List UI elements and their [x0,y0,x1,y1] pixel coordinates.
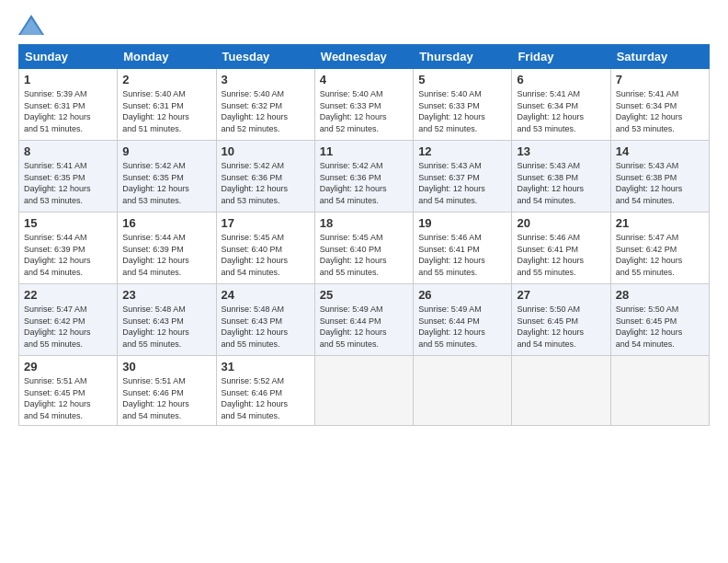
calendar-cell: 16Sunrise: 5:44 AM Sunset: 6:39 PM Dayli… [118,213,216,284]
day-info: Sunrise: 5:49 AM Sunset: 6:44 PM Dayligh… [320,304,408,350]
calendar-cell: 24Sunrise: 5:48 AM Sunset: 6:43 PM Dayli… [216,284,314,356]
day-number: 21 [616,216,704,230]
day-info: Sunrise: 5:47 AM Sunset: 6:42 PM Dayligh… [24,304,112,350]
day-number: 27 [517,288,605,302]
calendar-cell: 1Sunrise: 5:39 AM Sunset: 6:31 PM Daylig… [19,69,118,141]
day-number: 25 [320,288,408,302]
day-info: Sunrise: 5:40 AM Sunset: 6:33 PM Dayligh… [320,88,408,134]
day-info: Sunrise: 5:50 AM Sunset: 6:45 PM Dayligh… [616,304,704,350]
calendar-cell: 3Sunrise: 5:40 AM Sunset: 6:32 PM Daylig… [216,69,314,141]
day-info: Sunrise: 5:51 AM Sunset: 6:45 PM Dayligh… [24,375,112,421]
day-info: Sunrise: 5:40 AM Sunset: 6:33 PM Dayligh… [418,88,506,134]
calendar-cell: 30Sunrise: 5:51 AM Sunset: 6:46 PM Dayli… [118,356,216,426]
calendar-cell [610,356,709,426]
logo-icon [18,15,44,35]
day-info: Sunrise: 5:44 AM Sunset: 6:39 PM Dayligh… [24,232,112,278]
calendar-cell: 5Sunrise: 5:40 AM Sunset: 6:33 PM Daylig… [414,69,512,141]
day-number: 28 [616,288,704,302]
day-number: 3 [222,73,310,86]
calendar-cell: 4Sunrise: 5:40 AM Sunset: 6:33 PM Daylig… [314,69,413,141]
day-info: Sunrise: 5:40 AM Sunset: 6:31 PM Dayligh… [122,88,210,134]
day-number: 4 [320,73,408,86]
calendar-week-row: 29Sunrise: 5:51 AM Sunset: 6:45 PM Dayli… [19,356,710,426]
day-info: Sunrise: 5:42 AM Sunset: 6:36 PM Dayligh… [222,160,310,206]
logo [18,17,46,37]
weekday-header-monday: Monday [118,45,216,69]
day-info: Sunrise: 5:43 AM Sunset: 6:38 PM Dayligh… [616,160,704,206]
day-info: Sunrise: 5:42 AM Sunset: 6:36 PM Dayligh… [320,160,408,206]
calendar-cell: 29Sunrise: 5:51 AM Sunset: 6:45 PM Dayli… [19,356,118,426]
day-number: 19 [418,216,506,230]
calendar-cell: 20Sunrise: 5:46 AM Sunset: 6:41 PM Dayli… [512,213,610,284]
svg-marker-1 [20,18,42,35]
day-info: Sunrise: 5:48 AM Sunset: 6:43 PM Dayligh… [122,304,210,350]
calendar-cell: 26Sunrise: 5:49 AM Sunset: 6:44 PM Dayli… [414,284,512,356]
day-info: Sunrise: 5:46 AM Sunset: 6:41 PM Dayligh… [418,232,506,278]
weekday-header-row: SundayMondayTuesdayWednesdayThursdayFrid… [19,45,710,69]
calendar-week-row: 8Sunrise: 5:41 AM Sunset: 6:35 PM Daylig… [19,141,710,213]
calendar-cell: 7Sunrise: 5:41 AM Sunset: 6:34 PM Daylig… [610,69,709,141]
day-info: Sunrise: 5:46 AM Sunset: 6:41 PM Dayligh… [517,232,605,278]
weekday-header-saturday: Saturday [610,45,709,69]
day-number: 10 [222,144,310,158]
day-info: Sunrise: 5:51 AM Sunset: 6:46 PM Dayligh… [122,375,210,421]
day-number: 11 [320,144,408,158]
day-info: Sunrise: 5:50 AM Sunset: 6:45 PM Dayligh… [517,304,605,350]
day-info: Sunrise: 5:45 AM Sunset: 6:40 PM Dayligh… [222,232,310,278]
weekday-header-tuesday: Tuesday [216,45,314,69]
calendar: SundayMondayTuesdayWednesdayThursdayFrid… [18,44,710,426]
logo-text [18,17,46,37]
day-number: 31 [222,360,310,373]
day-info: Sunrise: 5:41 AM Sunset: 6:34 PM Dayligh… [616,88,704,134]
calendar-cell: 10Sunrise: 5:42 AM Sunset: 6:36 PM Dayli… [216,141,314,213]
day-number: 23 [122,288,210,302]
calendar-cell: 19Sunrise: 5:46 AM Sunset: 6:41 PM Dayli… [414,213,512,284]
calendar-cell: 28Sunrise: 5:50 AM Sunset: 6:45 PM Dayli… [610,284,709,356]
calendar-cell: 21Sunrise: 5:47 AM Sunset: 6:42 PM Dayli… [610,213,709,284]
day-number: 20 [517,216,605,230]
day-info: Sunrise: 5:44 AM Sunset: 6:39 PM Dayligh… [122,232,210,278]
calendar-week-row: 1Sunrise: 5:39 AM Sunset: 6:31 PM Daylig… [19,69,710,141]
weekday-header-wednesday: Wednesday [314,45,413,69]
day-number: 5 [418,73,506,86]
calendar-cell [414,356,512,426]
day-info: Sunrise: 5:52 AM Sunset: 6:46 PM Dayligh… [222,375,310,421]
day-info: Sunrise: 5:41 AM Sunset: 6:34 PM Dayligh… [517,88,605,134]
calendar-cell: 11Sunrise: 5:42 AM Sunset: 6:36 PM Dayli… [314,141,413,213]
calendar-cell: 18Sunrise: 5:45 AM Sunset: 6:40 PM Dayli… [314,213,413,284]
day-info: Sunrise: 5:41 AM Sunset: 6:35 PM Dayligh… [24,160,112,206]
day-number: 14 [616,144,704,158]
day-info: Sunrise: 5:40 AM Sunset: 6:32 PM Dayligh… [222,88,310,134]
day-info: Sunrise: 5:49 AM Sunset: 6:44 PM Dayligh… [418,304,506,350]
day-number: 24 [222,288,310,302]
calendar-cell: 25Sunrise: 5:49 AM Sunset: 6:44 PM Dayli… [314,284,413,356]
day-number: 30 [122,360,210,373]
calendar-cell: 22Sunrise: 5:47 AM Sunset: 6:42 PM Dayli… [19,284,118,356]
calendar-week-row: 15Sunrise: 5:44 AM Sunset: 6:39 PM Dayli… [19,213,710,284]
day-info: Sunrise: 5:42 AM Sunset: 6:35 PM Dayligh… [122,160,210,206]
day-info: Sunrise: 5:45 AM Sunset: 6:40 PM Dayligh… [320,232,408,278]
calendar-cell [512,356,610,426]
page: SundayMondayTuesdayWednesdayThursdayFrid… [0,0,728,563]
day-info: Sunrise: 5:39 AM Sunset: 6:31 PM Dayligh… [24,88,112,134]
day-info: Sunrise: 5:47 AM Sunset: 6:42 PM Dayligh… [616,232,704,278]
day-number: 8 [24,144,112,158]
calendar-cell: 15Sunrise: 5:44 AM Sunset: 6:39 PM Dayli… [19,213,118,284]
day-number: 7 [616,73,704,86]
day-number: 13 [517,144,605,158]
calendar-cell: 2Sunrise: 5:40 AM Sunset: 6:31 PM Daylig… [118,69,216,141]
day-number: 18 [320,216,408,230]
day-info: Sunrise: 5:48 AM Sunset: 6:43 PM Dayligh… [222,304,310,350]
calendar-cell: 31Sunrise: 5:52 AM Sunset: 6:46 PM Dayli… [216,356,314,426]
weekday-header-sunday: Sunday [19,45,118,69]
calendar-cell: 17Sunrise: 5:45 AM Sunset: 6:40 PM Dayli… [216,213,314,284]
day-number: 9 [122,144,210,158]
calendar-cell: 9Sunrise: 5:42 AM Sunset: 6:35 PM Daylig… [118,141,216,213]
day-number: 16 [122,216,210,230]
calendar-cell: 14Sunrise: 5:43 AM Sunset: 6:38 PM Dayli… [610,141,709,213]
day-number: 29 [24,360,112,373]
calendar-cell: 6Sunrise: 5:41 AM Sunset: 6:34 PM Daylig… [512,69,610,141]
calendar-cell: 8Sunrise: 5:41 AM Sunset: 6:35 PM Daylig… [19,141,118,213]
day-number: 17 [222,216,310,230]
weekday-header-thursday: Thursday [414,45,512,69]
